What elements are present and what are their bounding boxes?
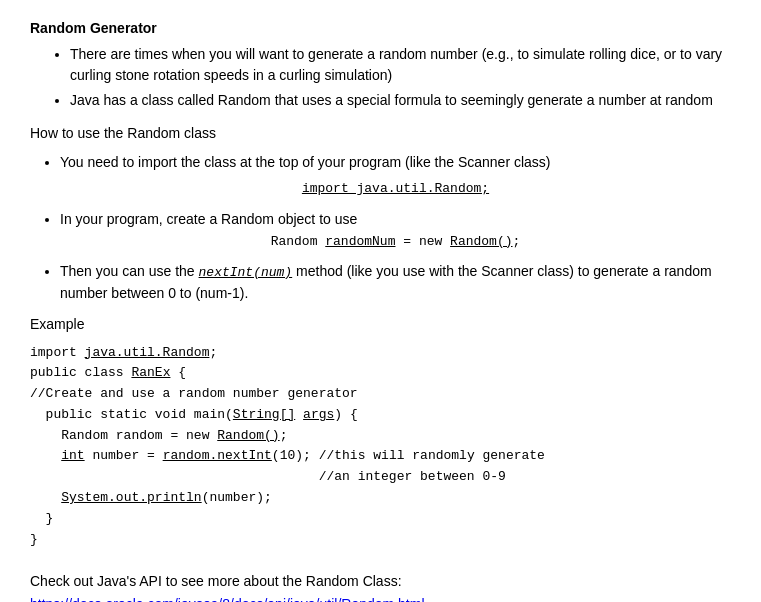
- section-heading: Random Generator: [30, 20, 731, 36]
- code-line-5: Random random = new Random();: [30, 426, 731, 447]
- how-to-list: You need to import the class at the top …: [60, 152, 731, 304]
- code-line-9: }: [30, 509, 731, 530]
- code-block: import java.util.Random; public class Ra…: [30, 343, 731, 551]
- bullet-item-1: There are times when you will want to ge…: [70, 44, 731, 86]
- example-label: Example: [30, 314, 731, 335]
- code-line-4: public static void main(String[] args) {: [30, 405, 731, 426]
- page-content: Random Generator There are times when yo…: [30, 20, 731, 602]
- how-to-item-3: Then you can use the nextInt(num) method…: [60, 261, 731, 304]
- footer-label: Check out Java's API to see more about t…: [30, 570, 731, 592]
- how-to-item-1: You need to import the class at the top …: [60, 152, 731, 199]
- import-code: import java.util.Random;: [302, 181, 489, 196]
- footer-section: Check out Java's API to see more about t…: [30, 570, 731, 602]
- code-line-3: //Create and use a random number generat…: [30, 384, 731, 405]
- code-line-8: System.out.println(number);: [30, 488, 731, 509]
- bullet-item-2: Java has a class called Random that uses…: [70, 90, 731, 111]
- how-to-text-1: You need to import the class at the top …: [60, 154, 551, 170]
- footer-link[interactable]: https://docs.oracle.com/javase/8/docs/ap…: [30, 596, 425, 602]
- code-line-1: import java.util.Random;: [30, 343, 731, 364]
- how-to-text-3-pre: Then you can use the: [60, 263, 199, 279]
- main-bullets: There are times when you will want to ge…: [70, 44, 731, 111]
- code-line-6: int number = random.nextInt(10); //this …: [30, 446, 731, 467]
- nextint-code: nextInt(num): [199, 265, 293, 280]
- code-line-10: }: [30, 530, 731, 551]
- example-section: Example import java.util.Random; public …: [30, 314, 731, 551]
- how-to-text-2: In your program, create a Random object …: [60, 211, 357, 227]
- how-to-title: How to use the Random class: [30, 123, 731, 144]
- how-to-item-2: In your program, create a Random object …: [60, 209, 731, 252]
- random-code: Random randomNum = new Random();: [271, 234, 521, 249]
- code-line-7: //an integer between 0-9: [30, 467, 731, 488]
- code-line-2: public class RanEx {: [30, 363, 731, 384]
